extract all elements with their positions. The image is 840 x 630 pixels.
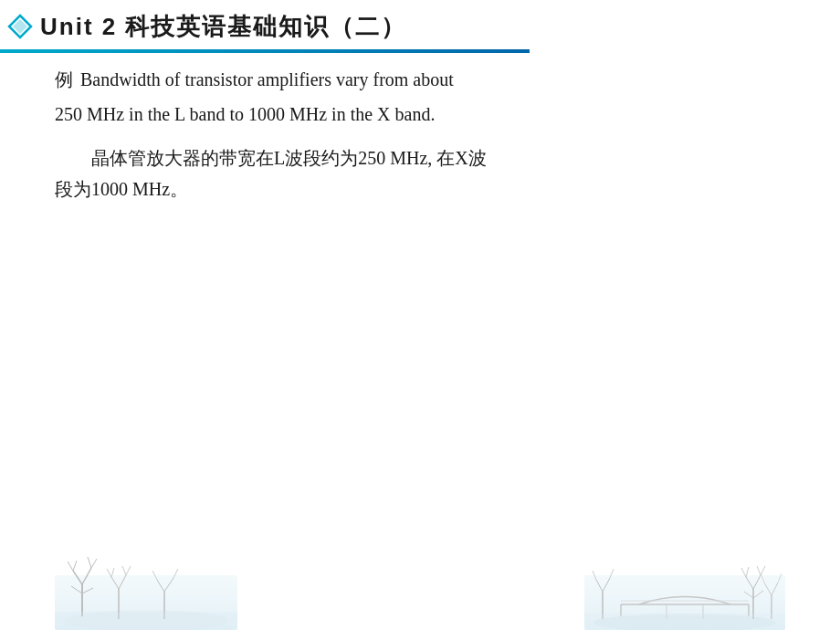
example-english-line2: 250 MHz in the L band to 1000 MHz in the… [55,99,803,130]
tree-scene-left-svg [55,539,237,630]
english-text-line2: 250 MHz in the L band to 1000 MHz in the… [55,104,435,124]
tree-scene-right-svg [584,539,785,630]
svg-rect-25 [55,612,237,630]
svg-line-12 [91,559,97,568]
deco-right-scene [584,539,785,630]
deco-left-scene [55,539,237,630]
svg-line-39 [757,566,761,575]
header-title: Unit 2 科技英语基础知识（二） [40,11,406,43]
example-label: 例 [55,69,73,89]
svg-line-40 [761,566,765,575]
example-english-line1: 例Bandwidth of transistor amplifiers vary… [55,64,803,95]
english-text-line1: Bandwidth of transistor amplifiers vary … [80,69,454,89]
svg-line-10 [73,561,77,571]
svg-line-19 [126,566,131,575]
content-area: 例Bandwidth of transistor amplifiers vary… [55,64,803,205]
svg-rect-53 [584,614,785,630]
header-accent-line [0,49,530,53]
chinese-line2: 段为1000 MHz。 [55,179,188,199]
svg-line-11 [88,557,91,568]
svg-line-9 [68,562,73,571]
chinese-translation: 晶体管放大器的带宽在L波段约为250 MHz, 在X波 段为1000 MHz。 [55,142,803,205]
chinese-line1: 晶体管放大器的带宽在L波段约为250 MHz, 在X波 [91,148,487,168]
svg-line-18 [122,566,126,575]
slide-container: Unit 2 科技英语基础知识（二） 例Bandwidth of transis… [0,0,840,630]
diamond-icon [7,14,33,39]
header-bar: Unit 2 科技英语基础知识（二） [0,0,840,53]
